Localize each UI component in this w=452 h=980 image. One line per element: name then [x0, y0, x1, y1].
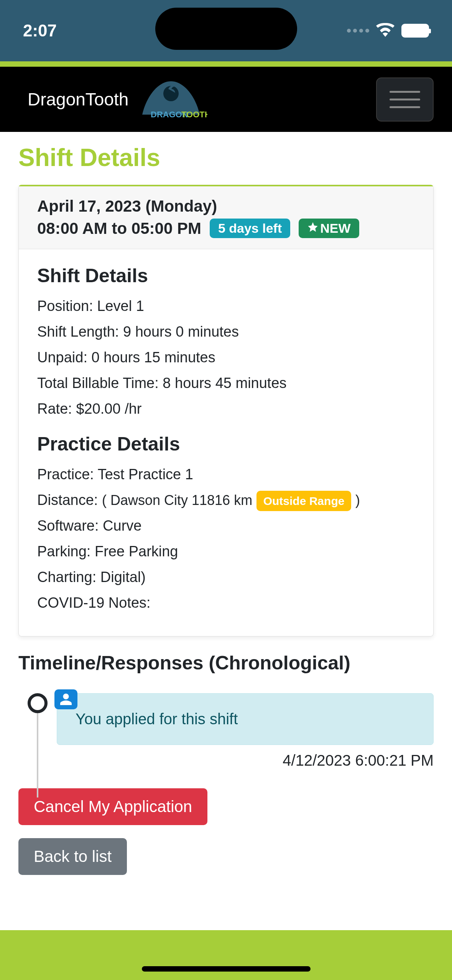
practice-software: Software: Curve [37, 515, 415, 537]
shift-date: April 17, 2023 (Monday) [37, 197, 415, 215]
outside-range-badge: Outside Range [256, 491, 352, 511]
practice-parking: Parking: Free Parking [37, 541, 415, 562]
timeline-line [37, 713, 38, 797]
back-to-list-button[interactable]: Back to list [18, 838, 127, 875]
brand-logo-icon: DRAGON TOOTH [135, 78, 207, 120]
status-bar: 2:07 [0, 0, 452, 61]
shift-card: April 17, 2023 (Monday) 08:00 AM to 05:0… [18, 185, 434, 636]
distance-close: ) [355, 492, 360, 508]
timeline-message: You applied for this shift [57, 693, 434, 745]
status-icons [347, 23, 429, 39]
timeline-marker-icon [28, 693, 48, 713]
practice-details-heading: Practice Details [37, 433, 415, 455]
brand-text: DragonTooth [28, 89, 128, 110]
practice-covid: COVID-19 Notes: [37, 592, 415, 614]
dynamic-island [155, 8, 297, 50]
shift-time: 08:00 AM to 05:00 PM [37, 219, 201, 238]
timeline-heading: Timeline/Responses (Chronological) [18, 652, 434, 674]
svg-text:TOOTH: TOOTH [181, 110, 207, 119]
timeline: You applied for this shift 4/12/2023 6:0… [18, 693, 434, 769]
accent-strip [0, 61, 452, 67]
navbar: DragonTooth DRAGON TOOTH [0, 67, 452, 132]
new-badge-label: NEW [320, 221, 350, 236]
content: Shift Details April 17, 2023 (Monday) 08… [0, 132, 452, 930]
shift-rate: Rate: $20.00 /hr [37, 398, 415, 420]
status-time: 2:07 [23, 21, 57, 40]
distance-label: Distance: [37, 492, 98, 508]
shift-position: Position: Level 1 [37, 295, 415, 317]
card-body: Shift Details Position: Level 1 Shift Le… [19, 249, 433, 636]
shift-billable: Total Billable Time: 8 hours 45 minutes [37, 372, 415, 394]
timeline-timestamp: 4/12/2023 6:00:21 PM [18, 752, 434, 769]
shift-unpaid: Unpaid: 0 hours 15 minutes [37, 347, 415, 368]
days-left-badge: 5 days left [210, 219, 290, 238]
page-title: Shift Details [18, 143, 434, 172]
practice-name: Practice: Test Practice 1 [37, 464, 415, 485]
person-icon [54, 689, 77, 709]
practice-charting: Charting: Digital) [37, 566, 415, 588]
distance-value: ( Dawson City 11816 km [102, 492, 252, 508]
home-indicator[interactable] [142, 966, 311, 972]
practice-distance: Distance: ( Dawson City 11816 km Outside… [37, 489, 415, 511]
brand[interactable]: DragonTooth DRAGON TOOTH [28, 78, 207, 120]
footer-bar [0, 930, 452, 980]
wifi-icon [376, 23, 394, 39]
menu-toggle-button[interactable] [376, 77, 434, 122]
card-header: April 17, 2023 (Monday) 08:00 AM to 05:0… [19, 186, 433, 249]
battery-icon [401, 24, 429, 38]
shift-details-heading: Shift Details [37, 265, 415, 287]
shift-length: Shift Length: 9 hours 0 minutes [37, 321, 415, 343]
cancel-application-button[interactable]: Cancel My Application [18, 788, 207, 825]
new-badge: NEW [299, 219, 359, 238]
star-icon [307, 221, 319, 236]
cellular-icon [347, 29, 369, 33]
